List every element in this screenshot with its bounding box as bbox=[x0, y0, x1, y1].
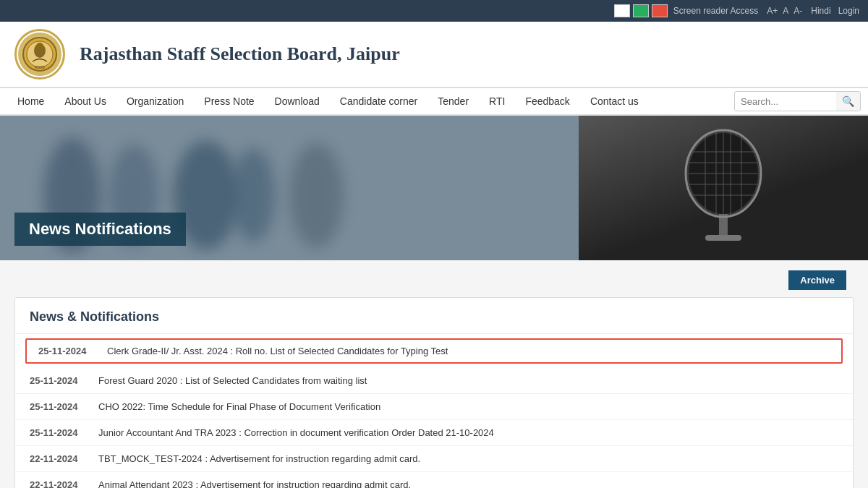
nav-contact-us[interactable]: Contact us bbox=[580, 88, 649, 114]
news-item[interactable]: 25-11-2024 Junior Accountant And TRA 202… bbox=[15, 420, 853, 446]
news-item[interactable]: 25-11-2024 Forest Guard 2020 : List of S… bbox=[15, 368, 853, 394]
red-theme-btn[interactable] bbox=[652, 4, 668, 17]
login-link[interactable]: Login bbox=[838, 6, 859, 16]
search-bar: 🔍 bbox=[734, 91, 861, 111]
news-text: Clerk Grade-II/ Jr. Asst. 2024 : Roll no… bbox=[107, 346, 448, 356]
archive-button[interactable]: Archive bbox=[788, 270, 846, 290]
nav-rti[interactable]: RTI bbox=[479, 88, 515, 114]
svg-text:RSSB: RSSB bbox=[35, 65, 45, 69]
nav-press-note[interactable]: Press Note bbox=[194, 88, 264, 114]
news-text: Junior Accountant And TRA 2023 : Correct… bbox=[98, 427, 494, 438]
search-button[interactable]: 🔍 bbox=[836, 92, 860, 111]
news-text: TBT_MOCK_TEST-2024 : Advertisement for i… bbox=[98, 453, 420, 464]
site-header: RSSB Rajasthan Staff Selection Board, Ja… bbox=[0, 22, 868, 87]
site-title: Rajasthan Staff Selection Board, Jaipur bbox=[80, 43, 400, 65]
hero-person-4 bbox=[231, 148, 275, 242]
nav-download[interactable]: Download bbox=[265, 88, 330, 114]
news-notifications-box: News & Notifications 25-11-2024 Clerk Gr… bbox=[14, 297, 854, 488]
news-date: 25-11-2024 bbox=[30, 375, 98, 386]
font-normal-btn[interactable]: A bbox=[781, 5, 790, 17]
nav-candidate-corner[interactable]: Candidate corner bbox=[330, 88, 427, 114]
svg-rect-18 bbox=[705, 235, 741, 241]
font-size-controls: A+ A A- bbox=[765, 5, 804, 17]
screen-reader-link[interactable]: Screen reader Access bbox=[673, 6, 758, 16]
nav-tender[interactable]: Tender bbox=[427, 88, 479, 114]
svg-point-3 bbox=[36, 43, 43, 50]
white-theme-btn[interactable] bbox=[614, 4, 630, 17]
nav-home[interactable]: Home bbox=[7, 88, 54, 114]
news-item[interactable]: 25-11-2024 Clerk Grade-II/ Jr. Asst. 202… bbox=[25, 338, 843, 364]
microphone-icon bbox=[676, 123, 770, 253]
news-text: CHO 2022: Time Schedule for Final Phase … bbox=[98, 401, 380, 412]
nav-about-us[interactable]: About Us bbox=[54, 88, 116, 114]
main-navbar: Home About Us Organization Press Note Do… bbox=[0, 87, 868, 116]
archive-bar: Archive bbox=[0, 260, 868, 297]
top-bar: Screen reader Access A+ A A- Hindi Login bbox=[0, 0, 868, 22]
hero-title-text: News Notifications bbox=[29, 220, 171, 238]
hindi-link[interactable]: Hindi bbox=[811, 6, 830, 16]
green-theme-btn[interactable] bbox=[633, 4, 649, 17]
news-item[interactable]: 22-11-2024 Animal Attendant 2023 : Adver… bbox=[15, 472, 853, 488]
hero-banner: News Notifications bbox=[0, 116, 868, 260]
news-item[interactable]: 25-11-2024 CHO 2022: Time Schedule for F… bbox=[15, 394, 853, 420]
nav-organization[interactable]: Organization bbox=[116, 88, 194, 114]
font-increase-btn[interactable]: A+ bbox=[765, 5, 779, 17]
hero-title: News Notifications bbox=[14, 213, 186, 246]
news-item[interactable]: 22-11-2024 TBT_MOCK_TEST-2024 : Advertis… bbox=[15, 446, 853, 472]
news-date: 25-11-2024 bbox=[30, 427, 98, 438]
hero-person-5 bbox=[289, 143, 344, 248]
news-date: 22-11-2024 bbox=[30, 453, 98, 464]
news-box-title: News & Notifications bbox=[15, 298, 853, 334]
top-bar-links: Screen reader Access A+ A A- Hindi Login bbox=[673, 5, 859, 17]
hero-microphone-area bbox=[579, 116, 868, 260]
search-input[interactable] bbox=[735, 93, 836, 111]
news-date: 25-11-2024 bbox=[30, 401, 98, 412]
color-theme-options bbox=[614, 4, 668, 17]
font-decrease-btn[interactable]: A- bbox=[792, 5, 804, 17]
nav-feedback[interactable]: Feedback bbox=[515, 88, 579, 114]
news-date: 25-11-2024 bbox=[38, 346, 107, 356]
logo: RSSB bbox=[14, 29, 65, 80]
emblem-svg: RSSB bbox=[22, 36, 58, 72]
news-text: Forest Guard 2020 : List of Selected Can… bbox=[98, 375, 367, 386]
news-text: Animal Attendant 2023 : Advertisement fo… bbox=[98, 479, 411, 488]
news-date: 22-11-2024 bbox=[30, 479, 98, 488]
logo-emblem: RSSB bbox=[18, 33, 61, 76]
